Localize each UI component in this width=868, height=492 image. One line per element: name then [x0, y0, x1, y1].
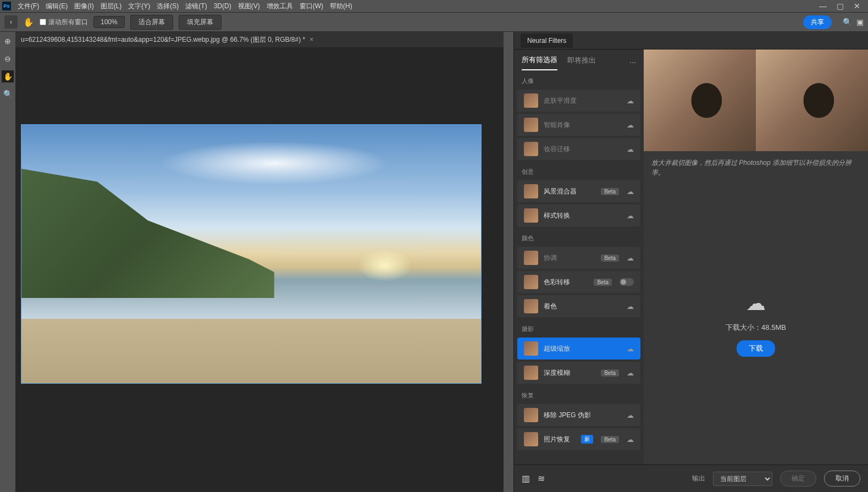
filter-thumb-icon [524, 408, 538, 422]
filter-depth-blur[interactable]: 深度模糊 Beta ☁ [517, 362, 640, 384]
filter-label: 超级缩放 [544, 344, 621, 353]
filter-label: 协调 [544, 253, 595, 263]
filter-photo-restore[interactable]: 照片恢复 新 Beta ☁ [517, 428, 640, 450]
scroll-all-label: 滚动所有窗口 [48, 18, 88, 27]
menu-type[interactable]: 文字(Y) [128, 2, 150, 11]
download-cloud-icon[interactable]: ☁ [627, 302, 634, 311]
download-cloud-icon[interactable]: ☁ [627, 435, 634, 444]
filter-thumb-icon [524, 341, 538, 356]
filter-label: 深度模糊 [544, 368, 595, 378]
menu-layer[interactable]: 图层(L) [101, 2, 122, 11]
tab-upcoming[interactable]: 即将推出 [567, 56, 596, 70]
filter-label: 样式转换 [544, 211, 621, 220]
canvas-area[interactable] [15, 47, 504, 492]
toggle-switch[interactable] [620, 278, 634, 286]
fit-screen-button[interactable]: 适合屏幕 [130, 15, 173, 30]
filter-colorize[interactable]: 着色 ☁ [517, 295, 640, 317]
preview-after [756, 49, 868, 151]
canvas-image[interactable] [21, 124, 482, 384]
download-size: 下载大小：48.5MB [726, 323, 786, 333]
filter-label: 移除 JPEG 伪影 [544, 411, 621, 420]
filter-thumb-icon [524, 432, 538, 446]
filter-thumb-icon [524, 118, 538, 132]
document-tab-bar: u=6212439608,4153143248&fmt=auto&app=120… [15, 32, 504, 47]
download-cloud-icon[interactable]: ☁ [627, 369, 634, 377]
menu-select[interactable]: 选择(S) [157, 2, 179, 11]
download-cloud-icon[interactable]: ☁ [627, 145, 634, 153]
download-cloud-icon[interactable]: ☁ [627, 345, 634, 353]
maximize-icon[interactable]: ▢ [837, 2, 844, 10]
filter-super-zoom[interactable]: 超级缩放 ☁ [517, 338, 640, 360]
minimize-icon[interactable]: — [819, 2, 827, 10]
back-button[interactable]: ‹ [4, 15, 18, 29]
beta-badge: Beta [601, 436, 619, 443]
category-color: 颜色 [514, 228, 644, 246]
hand-tool-icon[interactable]: ✋ [2, 70, 14, 82]
beta-badge: Beta [601, 255, 619, 262]
filter-label: 妆容迁移 [544, 145, 621, 154]
category-restore: 恢复 [514, 385, 644, 403]
filter-jpeg-artifacts[interactable]: 移除 JPEG 伪影 ☁ [517, 404, 640, 426]
document-tab[interactable]: u=6212439608,4153143248&fmt=auto&app=120… [21, 35, 313, 45]
hand-tool-icon[interactable]: ✋ [23, 17, 34, 27]
zoom-level[interactable]: 100% [93, 16, 125, 28]
neural-filters-tab[interactable]: Neural Filters [521, 34, 573, 48]
filter-harmonize[interactable]: 协调 Beta ☁ [517, 247, 640, 269]
filter-thumb-icon [524, 142, 538, 156]
layers-icon[interactable]: ≋ [538, 473, 545, 484]
zoom-in-icon[interactable]: ⊕ [2, 35, 14, 47]
tab-all-filters[interactable]: 所有筛选器 [522, 55, 557, 70]
new-badge: 新 [581, 435, 593, 444]
ok-button[interactable]: 确定 [780, 471, 816, 487]
menu-3d[interactable]: 3D(D) [214, 2, 231, 10]
menu-filter[interactable]: 滤镜(T) [185, 2, 207, 11]
neural-filters-panel: Neural Filters 所有筛选器 即将推出 ⋯ 人像 皮肤平滑度 ☁ 智… [513, 32, 868, 492]
close-tab-icon[interactable]: × [309, 36, 313, 43]
menu-edit[interactable]: 编辑(E) [46, 2, 68, 11]
zoom-tool-icon[interactable]: 🔍 [2, 88, 14, 100]
cancel-button[interactable]: 取消 [824, 471, 860, 487]
filter-label: 照片恢复 [544, 435, 576, 444]
more-options-icon[interactable]: ⋯ [629, 59, 636, 67]
filter-thumb-icon [524, 366, 538, 380]
filter-makeup-transfer[interactable]: 妆容迁移 ☁ [517, 138, 640, 160]
download-cloud-icon[interactable]: ☁ [627, 187, 634, 196]
download-cloud-icon[interactable]: ☁ [627, 254, 634, 262]
category-creative: 创意 [514, 161, 644, 179]
filter-color-transfer[interactable]: 色彩转移 Beta [517, 271, 640, 293]
download-cloud-icon[interactable]: ☁ [627, 411, 634, 419]
document-title: u=6212439608,4153143248&fmt=auto&app=120… [21, 35, 305, 45]
scroll-all-checkbox[interactable]: 滚动所有窗口 [40, 18, 88, 27]
filter-label: 着色 [544, 302, 621, 311]
download-icon: ☁ [746, 292, 766, 315]
close-window-icon[interactable]: ✕ [854, 2, 860, 10]
filter-thumb-icon [524, 275, 538, 289]
image-cloud [159, 141, 389, 185]
share-button[interactable]: 共享 [803, 15, 832, 29]
compare-icon[interactable]: ▥ [522, 473, 530, 484]
fill-screen-button[interactable]: 填充屏幕 [179, 15, 222, 30]
zoom-out-icon[interactable]: ⊖ [2, 53, 14, 65]
output-select[interactable]: 当前图层 [713, 472, 772, 486]
download-cloud-icon[interactable]: ☁ [627, 212, 634, 220]
menu-window[interactable]: 窗口(W) [300, 2, 323, 11]
download-cloud-icon[interactable]: ☁ [627, 121, 634, 129]
filter-landscape-mixer[interactable]: 风景混合器 Beta ☁ [517, 180, 640, 202]
menu-image[interactable]: 图像(I) [74, 2, 93, 11]
menu-view[interactable]: 视图(V) [238, 2, 260, 11]
search-icon[interactable]: 🔍 [843, 18, 852, 26]
filter-smart-portrait[interactable]: 智能肖像 ☁ [517, 114, 640, 136]
workspace-icon[interactable]: ▣ [856, 18, 864, 26]
left-tool-strip: ⊕ ⊖ ✋ 🔍 [0, 32, 15, 492]
menu-file[interactable]: 文件(F) [18, 2, 39, 11]
filter-thumb-icon [524, 184, 538, 198]
download-button[interactable]: 下载 [737, 340, 775, 357]
filter-style-transfer[interactable]: 样式转换 ☁ [517, 204, 640, 226]
download-cloud-icon[interactable]: ☁ [627, 97, 634, 105]
filter-thumb-icon [524, 208, 538, 223]
filter-skin-smoothing[interactable]: 皮肤平滑度 ☁ [517, 90, 640, 112]
filter-description: 放大并裁切图像，然后再通过 Photoshop 添加细节以补偿损失的分辨率。 [644, 151, 868, 184]
beta-badge: Beta [601, 188, 619, 195]
menu-help[interactable]: 帮助(H) [330, 2, 352, 11]
menu-plugins[interactable]: 增效工具 [267, 2, 293, 11]
